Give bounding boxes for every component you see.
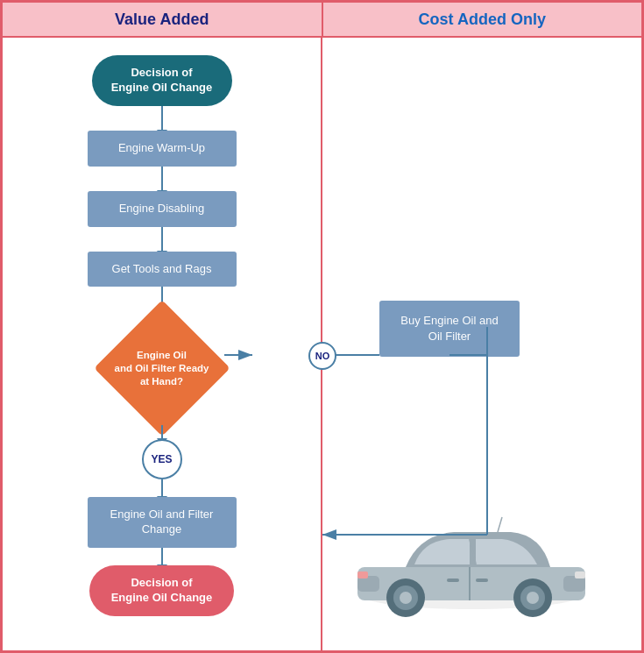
svg-rect-17 <box>357 571 368 578</box>
arrow-1 <box>161 106 163 131</box>
node-disabling: Engine Disabling <box>88 191 237 227</box>
node-decision-bottom: Decision of Engine Oil Change <box>89 565 234 616</box>
yes-circle: YES <box>142 439 182 479</box>
header-row: Value Added Cost Added Only <box>3 3 641 38</box>
header-right: Cost Added Only <box>323 3 642 36</box>
arrow-2 <box>161 167 163 191</box>
right-column: Buy Engine Oil and Oil Filter <box>322 38 641 650</box>
node-warm-up: Engine Warm-Up <box>88 131 237 167</box>
svg-line-18 <box>498 517 502 532</box>
header-left: Value Added <box>3 3 323 36</box>
diamond-text: Engine Oil and Oil Filter Ready at Hand? <box>101 311 223 425</box>
arrow-3 <box>161 227 163 252</box>
arrow-6 <box>161 479 163 497</box>
svg-rect-14 <box>476 578 488 582</box>
node-tools: Get Tools and Rags <box>88 252 237 287</box>
node-decision-top: Decision of Engine Oil Change <box>92 55 232 106</box>
car-image <box>340 493 603 624</box>
node-filter-change: Engine Oil and Filter Change <box>88 497 237 548</box>
svg-point-12 <box>527 592 539 604</box>
no-circle: NO <box>308 342 336 370</box>
node-buy-box: Buy Engine Oil and Oil Filter <box>379 301 520 357</box>
car-svg <box>340 493 603 624</box>
node-diamond-container: Engine Oil and Oil Filter Ready at Hand? <box>101 311 223 425</box>
svg-rect-15 <box>447 578 459 582</box>
content-row: Decision of Engine Oil Change Engine War… <box>3 38 641 650</box>
main-container: Value Added Cost Added Only Decision of … <box>0 0 644 653</box>
arrow-5 <box>161 425 163 439</box>
arrow-7 <box>161 548 163 565</box>
left-column: Decision of Engine Oil Change Engine War… <box>3 38 322 650</box>
svg-point-9 <box>400 592 412 604</box>
svg-rect-16 <box>575 571 585 578</box>
